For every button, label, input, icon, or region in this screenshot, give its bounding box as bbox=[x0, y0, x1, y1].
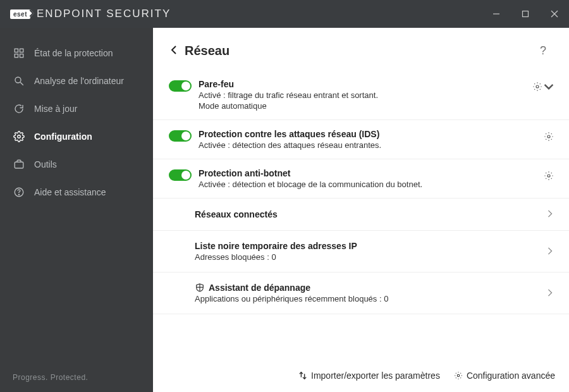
module-extra: Mode automatique bbox=[199, 101, 522, 111]
sidebar: État de la protection Analyse de l'ordin… bbox=[0, 28, 153, 392]
sidebar-item-update[interactable]: Mise à jour bbox=[0, 95, 153, 123]
sidebar-item-label: Outils bbox=[34, 159, 57, 169]
svg-rect-6 bbox=[15, 54, 18, 58]
import-export-link[interactable]: Importer/exporter les paramètres bbox=[298, 371, 440, 381]
sidebar-item-label: Mise à jour bbox=[34, 104, 77, 114]
svg-point-16 bbox=[548, 175, 550, 177]
link-title: Réseaux connectés bbox=[195, 209, 546, 219]
product-name: ENDPOINT SECURITY bbox=[37, 8, 171, 20]
sidebar-item-label: État de la protection bbox=[34, 48, 113, 58]
sidebar-item-tools[interactable]: Outils bbox=[0, 150, 153, 178]
svg-point-17 bbox=[457, 374, 460, 377]
link-title-text: Assistant de dépannage bbox=[209, 283, 310, 293]
sidebar-item-label: Analyse de l'ordinateur bbox=[34, 76, 124, 86]
svg-point-10 bbox=[18, 135, 21, 138]
brand-logo: eset bbox=[10, 9, 30, 19]
help-button[interactable]: ? bbox=[535, 42, 551, 60]
gear-icon bbox=[544, 171, 554, 181]
chevron-right-icon bbox=[546, 246, 554, 257]
svg-rect-11 bbox=[15, 162, 23, 168]
svg-rect-4 bbox=[15, 49, 18, 52]
maximize-button[interactable] bbox=[511, 0, 540, 28]
module-row-firewall: Pare-feu Activé : filtrage du trafic rés… bbox=[153, 70, 569, 120]
brand: eset ENDPOINT SECURITY bbox=[10, 8, 171, 20]
svg-rect-5 bbox=[20, 49, 23, 52]
module-title: Pare-feu bbox=[199, 79, 522, 89]
chevron-right-icon bbox=[546, 288, 554, 299]
link-connected-networks[interactable]: Réseaux connectés bbox=[153, 199, 569, 231]
svg-rect-1 bbox=[523, 11, 529, 17]
antibotnet-toggle[interactable] bbox=[169, 169, 192, 181]
toggle-container bbox=[166, 129, 195, 142]
toggle-container bbox=[166, 79, 195, 92]
close-button[interactable] bbox=[540, 0, 569, 28]
module-settings-button[interactable] bbox=[522, 129, 554, 142]
sidebar-footer-tagline: Progress. Protected. bbox=[0, 363, 153, 392]
status-prefix: Activée : bbox=[199, 180, 230, 189]
shield-icon bbox=[195, 283, 205, 293]
status-text: filtrage du trafic réseau entrant et sor… bbox=[228, 90, 378, 100]
back-button[interactable] bbox=[167, 46, 181, 57]
status-prefix: Activée : bbox=[199, 140, 230, 150]
svg-point-13 bbox=[18, 194, 19, 195]
app-body: État de la protection Analyse de l'ordin… bbox=[0, 28, 569, 392]
modules-list: Pare-feu Activé : filtrage du trafic rés… bbox=[153, 66, 569, 314]
app-window: { "brand": { "logo_text": "eset", "produ… bbox=[0, 0, 569, 392]
link-body: Liste noire temporaire des adresses IP A… bbox=[195, 241, 546, 262]
window-controls bbox=[482, 0, 569, 28]
import-export-icon bbox=[298, 371, 307, 380]
sidebar-item-computer-scan[interactable]: Analyse de l'ordinateur bbox=[0, 67, 153, 95]
page-header: Réseau ? bbox=[153, 28, 569, 66]
module-title: Protection anti-botnet bbox=[199, 168, 522, 178]
firewall-toggle[interactable] bbox=[169, 80, 192, 92]
module-row-antibotnet: Protection anti-botnet Activée : détecti… bbox=[153, 159, 569, 199]
module-status: Activée : détection des attaques réseau … bbox=[199, 140, 522, 150]
module-settings-button[interactable] bbox=[522, 168, 554, 181]
link-title: Assistant de dépannage bbox=[195, 283, 546, 293]
module-body: Protection contre les attaques réseau (I… bbox=[195, 129, 522, 150]
link-body: Réseaux connectés bbox=[195, 209, 546, 219]
toggle-container bbox=[166, 168, 195, 181]
gear-icon bbox=[13, 130, 25, 143]
svg-point-8 bbox=[15, 77, 21, 83]
module-title: Protection contre les attaques réseau (I… bbox=[199, 129, 522, 139]
status-prefix: Activé : bbox=[199, 90, 226, 100]
link-ip-blacklist[interactable]: Liste noire temporaire des adresses IP A… bbox=[153, 231, 569, 273]
svg-point-15 bbox=[548, 135, 550, 138]
link-subtitle: Applications ou périphériques récemment … bbox=[195, 294, 546, 303]
svg-rect-7 bbox=[20, 54, 23, 58]
chevron-right-icon bbox=[546, 209, 554, 220]
link-troubleshooting-wizard[interactable]: Assistant de dépannage Applications ou p… bbox=[153, 273, 569, 314]
link-subtitle: Adresses bloquées : 0 bbox=[195, 252, 546, 262]
gear-icon bbox=[544, 132, 554, 142]
module-settings-button[interactable] bbox=[522, 79, 554, 92]
ids-toggle[interactable] bbox=[169, 130, 192, 142]
gear-icon bbox=[532, 82, 542, 92]
svg-line-9 bbox=[20, 82, 23, 85]
briefcase-icon bbox=[13, 158, 25, 171]
chevron-down-icon bbox=[544, 82, 554, 92]
help-circle-icon bbox=[13, 186, 25, 199]
advanced-setup-label: Configuration avancée bbox=[467, 371, 555, 381]
gear-icon bbox=[454, 371, 463, 380]
grid-status-icon bbox=[13, 47, 25, 59]
sidebar-item-setup[interactable]: Configuration bbox=[0, 123, 153, 150]
module-status: Activée : détection et blocage de la com… bbox=[199, 180, 522, 189]
page-title: Réseau bbox=[185, 44, 229, 58]
magnifier-icon bbox=[13, 75, 25, 87]
sidebar-nav: État de la protection Analyse de l'ordin… bbox=[0, 28, 153, 206]
status-text: détection des attaques réseau entrantes. bbox=[232, 140, 381, 150]
module-body: Protection anti-botnet Activée : détecti… bbox=[195, 168, 522, 189]
sidebar-item-protection-status[interactable]: État de la protection bbox=[0, 39, 153, 67]
module-status: Activé : filtrage du trafic réseau entra… bbox=[199, 90, 522, 100]
import-export-label: Importer/exporter les paramètres bbox=[311, 371, 440, 381]
status-text: détection et blocage de la communication… bbox=[232, 180, 422, 189]
title-bar: eset ENDPOINT SECURITY bbox=[0, 0, 569, 28]
sidebar-item-help[interactable]: Aide et assistance bbox=[0, 178, 153, 206]
sidebar-item-label: Aide et assistance bbox=[34, 187, 106, 197]
svg-point-14 bbox=[536, 85, 539, 88]
advanced-setup-link[interactable]: Configuration avancée bbox=[454, 371, 555, 381]
sidebar-item-label: Configuration bbox=[34, 132, 92, 142]
minimize-button[interactable] bbox=[482, 0, 511, 28]
link-title: Liste noire temporaire des adresses IP bbox=[195, 241, 546, 251]
